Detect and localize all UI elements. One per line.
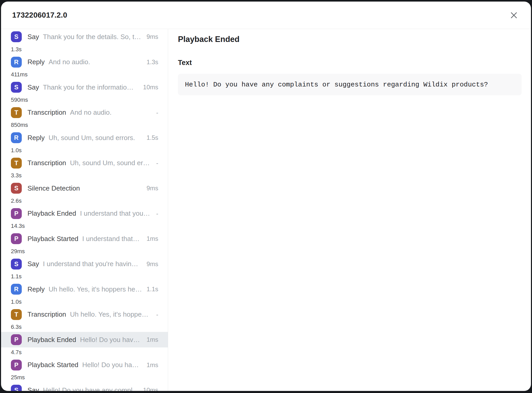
playback-event-icon: P — [11, 233, 22, 244]
call-trace-modal: 1732206017.2.0 SSayThank you for the det… — [1, 2, 531, 391]
event-duration: 9ms — [147, 185, 158, 192]
event-gap-duration: 850ms — [1, 120, 168, 130]
event-preview: And no audio. — [70, 108, 152, 117]
event-duration: 1.1s — [147, 286, 158, 293]
detail-field-label: Text — [178, 59, 522, 67]
say-event-icon: S — [11, 259, 22, 270]
playback-event-icon: P — [11, 360, 22, 370]
event-preview: Hello! Do you have any compl… — [43, 386, 139, 391]
reply-event-icon: R — [11, 284, 22, 295]
event-duration: 1ms — [147, 361, 158, 369]
list-item[interactable]: SSilence Detection9ms — [1, 180, 168, 196]
event-gap-duration: 29ms — [1, 246, 168, 256]
list-item[interactable]: SSayThank you for the informatio…10ms — [1, 79, 168, 95]
event-label: Playback Ended — [27, 209, 76, 217]
event-gap-duration: 6.3s — [1, 322, 168, 332]
event-preview: Thank you for the informatio… — [43, 83, 139, 91]
list-item[interactable]: PPlayback StartedHello! Do you ha…1ms — [1, 357, 168, 373]
event-gap-duration: 14.3s — [1, 221, 168, 231]
event-label: Playback Ended — [27, 336, 76, 344]
event-list[interactable]: SSayThank you for the details. So, t…9ms… — [1, 29, 168, 391]
transcription-event-icon: T — [11, 107, 22, 118]
event-preview: I understand that… — [82, 235, 143, 243]
event-label: Say — [27, 83, 39, 91]
list-item[interactable]: RReplyUh, sound Um, sound errors.1.5s — [1, 130, 168, 145]
say-event-icon: S — [11, 82, 22, 93]
event-gap-duration: 25ms — [1, 373, 168, 383]
event-duration: - — [156, 159, 158, 167]
list-item[interactable]: TTranscriptionUh hello. Yes, it's hoppe…… — [1, 307, 168, 322]
reply-event-icon: R — [11, 132, 22, 143]
event-duration: 9ms — [147, 260, 158, 268]
close-icon — [510, 11, 518, 19]
event-gap-duration: 1.1s — [1, 272, 168, 282]
event-label: Reply — [27, 58, 45, 66]
say-event-icon: S — [11, 385, 22, 391]
detail-text-value: Hello! Do you have any complaints or sug… — [178, 74, 522, 95]
event-label: Say — [27, 260, 39, 268]
event-duration: 1ms — [147, 235, 158, 242]
list-item[interactable]: PPlayback EndedI understand that you…- — [1, 206, 168, 221]
modal-body: SSayThank you for the details. So, t…9ms… — [1, 29, 531, 391]
list-item[interactable]: TTranscriptionAnd no audio.- — [1, 105, 168, 120]
event-gap-duration: 411ms — [1, 70, 168, 80]
close-button[interactable] — [508, 10, 520, 21]
modal-backdrop: 1732206017.2.0 SSayThank you for the det… — [0, 0, 532, 393]
list-item[interactable]: PPlayback EndedHello! Do you hav…1ms — [1, 332, 168, 347]
event-duration: - — [156, 311, 158, 318]
list-item[interactable]: PPlayback StartedI understand that…1ms — [1, 231, 168, 246]
event-duration: - — [156, 210, 158, 217]
event-gap-duration: 2.6s — [1, 196, 168, 206]
event-detail-panel: Playback Ended Text Hello! Do you have a… — [168, 29, 531, 391]
playback-event-icon: P — [11, 334, 22, 345]
list-item[interactable]: SSayI understand that you're havin…9ms — [1, 256, 168, 272]
event-duration: - — [156, 109, 158, 116]
modal-title: 1732206017.2.0 — [12, 11, 67, 19]
event-preview: Uh hello. Yes, it's hoppers he… — [48, 285, 142, 293]
event-gap-duration: 3.3s — [1, 171, 168, 181]
event-label: Say — [27, 386, 39, 391]
event-preview: Uh, sound Um, sound er… — [70, 159, 152, 167]
event-gap-duration: 1.0s — [1, 297, 168, 307]
event-duration: 1.5s — [147, 134, 158, 141]
event-preview: I understand that you're havin… — [43, 260, 143, 268]
event-duration: 10ms — [143, 387, 158, 391]
event-label: Transcription — [27, 310, 66, 318]
event-preview: Uh hello. Yes, it's hoppe… — [70, 310, 152, 318]
event-preview: Thank you for the details. So, t… — [43, 33, 143, 41]
event-duration: 1ms — [147, 336, 158, 343]
event-label: Playback Started — [27, 361, 78, 369]
event-duration: 10ms — [143, 84, 158, 91]
event-duration: 9ms — [147, 33, 158, 40]
event-duration: 1.3s — [147, 59, 158, 66]
reply-event-icon: R — [11, 57, 22, 68]
silence-event-icon: S — [11, 183, 22, 194]
event-preview: Hello! Do you ha… — [82, 361, 143, 369]
list-item[interactable]: RReplyAnd no audio.1.3s — [1, 54, 168, 70]
event-gap-duration: 590ms — [1, 95, 168, 105]
say-event-icon: S — [11, 31, 22, 42]
list-item[interactable]: TTranscriptionUh, sound Um, sound er…- — [1, 155, 168, 171]
event-label: Say — [27, 33, 39, 41]
transcription-event-icon: T — [11, 158, 22, 169]
event-preview: I understand that you… — [80, 209, 152, 217]
modal-header: 1732206017.2.0 — [1, 2, 531, 29]
event-preview: Uh, sound Um, sound errors. — [48, 134, 142, 142]
event-label: Transcription — [27, 108, 66, 117]
event-gap-duration: 1.3s — [1, 45, 168, 54]
list-item[interactable]: RReplyUh hello. Yes, it's hoppers he…1.1… — [1, 281, 168, 297]
event-preview: And no audio. — [48, 58, 142, 66]
event-label: Playback Started — [27, 235, 78, 243]
event-label: Silence Detection — [27, 184, 80, 192]
playback-event-icon: P — [11, 208, 22, 219]
event-label: Reply — [27, 285, 45, 293]
list-item[interactable]: SSayThank you for the details. So, t…9ms — [1, 29, 168, 45]
transcription-event-icon: T — [11, 309, 22, 320]
event-gap-duration: 1.0s — [1, 145, 168, 155]
list-item[interactable]: SSayHello! Do you have any compl…10ms — [1, 382, 168, 391]
event-label: Transcription — [27, 159, 66, 167]
event-gap-duration: 4.7s — [1, 347, 168, 357]
event-label: Reply — [27, 134, 45, 142]
event-preview: Hello! Do you hav… — [80, 336, 143, 344]
detail-heading: Playback Ended — [178, 35, 522, 44]
